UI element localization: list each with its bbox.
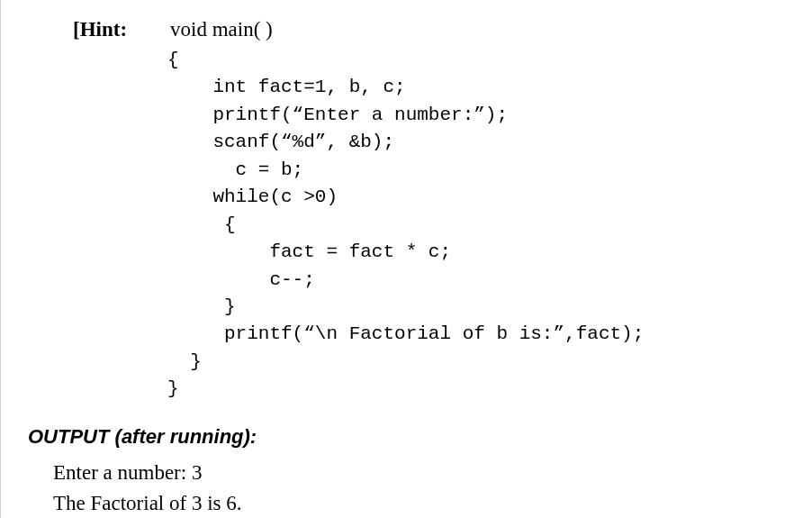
output-heading: OUTPUT (after running): — [28, 425, 794, 449]
hint-line: [Hint: void main( ) — [73, 18, 794, 41]
code-block: { int fact=1, b, c; printf(“Enter a numb… — [167, 47, 794, 404]
output-lines: Enter a number: 3 The Factorial of 3 is … — [53, 458, 794, 518]
output-line: Enter a number: 3 — [53, 458, 794, 489]
output-line: The Factorial of 3 is 6. — [53, 488, 794, 518]
function-signature: void main( ) — [170, 18, 273, 41]
hint-label: [Hint: — [73, 18, 127, 41]
